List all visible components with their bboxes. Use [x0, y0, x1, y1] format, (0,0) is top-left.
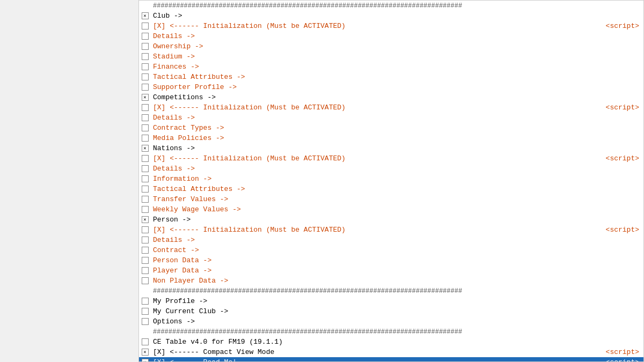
checkbox-unchecked[interactable] — [142, 186, 149, 193]
checkbox-unchecked[interactable] — [142, 175, 149, 182]
checkbox-unchecked[interactable] — [142, 308, 149, 315]
checkbox-unchecked[interactable] — [142, 53, 149, 60]
list-row[interactable]: Ownership -> — [139, 41, 643, 51]
list-row[interactable]: ########################################… — [139, 327, 643, 337]
list-row[interactable]: Supporter Profile -> — [139, 82, 643, 92]
checkbox-unchecked[interactable] — [142, 165, 149, 172]
checkbox-checked[interactable] — [142, 145, 149, 152]
list-row[interactable]: [X] <------ Initialization (Must be ACTI… — [139, 21, 643, 31]
checkbox-cell[interactable] — [139, 114, 151, 121]
checkbox-unchecked[interactable] — [142, 298, 149, 305]
list-row[interactable]: Details -> — [139, 235, 643, 245]
list-row[interactable]: Stadium -> — [139, 51, 643, 62]
list-row[interactable]: Player Data -> — [139, 265, 643, 276]
checkbox-checked[interactable] — [142, 216, 149, 223]
checkbox-checked[interactable] — [142, 359, 149, 362]
checkbox-unchecked[interactable] — [142, 257, 149, 264]
checkbox-checked[interactable] — [142, 94, 149, 101]
checkbox-cell[interactable] — [139, 318, 151, 325]
checkbox-unchecked[interactable] — [142, 43, 149, 50]
list-row[interactable]: Club -> — [139, 11, 643, 21]
list-row[interactable]: Information -> — [139, 174, 643, 184]
checkbox-cell[interactable] — [139, 277, 151, 284]
list-row[interactable]: Person Data -> — [139, 255, 643, 265]
checkbox-cell[interactable] — [139, 226, 151, 233]
checkbox-cell[interactable] — [139, 165, 151, 172]
checkbox-cell[interactable] — [139, 186, 151, 193]
checkbox-cell[interactable] — [139, 298, 151, 305]
list-row[interactable]: Competitions -> — [139, 92, 643, 102]
list-row[interactable]: Options -> — [139, 316, 643, 327]
checkbox-cell[interactable] — [139, 247, 151, 254]
checkbox-unchecked[interactable] — [142, 73, 149, 80]
list-row[interactable]: Non Player Data -> — [139, 276, 643, 286]
checkbox-cell[interactable] — [139, 33, 151, 40]
list-row[interactable]: Details -> — [139, 113, 643, 123]
list-row[interactable]: [X] <------ Initialization (Must be ACTI… — [139, 153, 643, 164]
list-row[interactable]: Nations -> — [139, 143, 643, 153]
list-row[interactable]: CE Table v4.0 for FM19 (19.1.1) — [139, 337, 643, 347]
list-row[interactable]: Transfer Values -> — [139, 194, 643, 204]
checkbox-cell[interactable] — [139, 349, 151, 356]
list-row[interactable]: Person -> — [139, 215, 643, 225]
checkbox-cell[interactable] — [139, 196, 151, 203]
list-row[interactable]: ########################################… — [139, 1, 643, 11]
checkbox-unchecked[interactable] — [142, 104, 149, 111]
list-row[interactable]: ########################################… — [139, 286, 643, 296]
checkbox-cell[interactable] — [139, 267, 151, 274]
checkbox-cell[interactable] — [139, 94, 151, 101]
checkbox-unchecked[interactable] — [142, 135, 149, 142]
list-row[interactable]: [X] <------ Compact View Mode<script> — [139, 347, 643, 357]
list-row[interactable]: Weekly Wage Values -> — [139, 204, 643, 215]
list-row[interactable]: Details -> — [139, 31, 643, 41]
checkbox-unchecked[interactable] — [142, 33, 149, 40]
checkbox-unchecked[interactable] — [142, 114, 149, 121]
checkbox-unchecked[interactable] — [142, 196, 149, 203]
checkbox-cell[interactable] — [139, 124, 151, 131]
checkbox-cell[interactable] — [139, 145, 151, 152]
checkbox-cell[interactable] — [139, 308, 151, 315]
list-row[interactable]: Finances -> — [139, 62, 643, 72]
checkbox-unchecked[interactable] — [142, 206, 149, 213]
list-row[interactable]: Tactical Attributes -> — [139, 72, 643, 82]
list-row[interactable]: Contract -> — [139, 245, 643, 255]
checkbox-cell[interactable] — [139, 257, 151, 264]
checkbox-unchecked[interactable] — [142, 63, 149, 70]
checkbox-cell[interactable] — [139, 359, 151, 362]
list-row[interactable]: [X] <------ Read Me!<script> — [139, 357, 643, 362]
checkbox-cell[interactable] — [139, 338, 151, 345]
checkbox-unchecked[interactable] — [142, 84, 149, 91]
list-row[interactable]: Media Policies -> — [139, 133, 643, 143]
list-row[interactable]: My Profile -> — [139, 296, 643, 306]
checkbox-cell[interactable] — [139, 104, 151, 111]
list-panel[interactable]: ########################################… — [138, 0, 644, 362]
checkbox-cell[interactable] — [139, 135, 151, 142]
checkbox-cell[interactable] — [139, 175, 151, 182]
checkbox-cell[interactable] — [139, 206, 151, 213]
checkbox-cell[interactable] — [139, 237, 151, 243]
checkbox-unchecked[interactable] — [142, 226, 149, 233]
checkbox-checked[interactable] — [142, 349, 149, 356]
checkbox-unchecked[interactable] — [142, 277, 149, 284]
checkbox-unchecked[interactable] — [142, 318, 149, 325]
list-row[interactable]: Tactical Attributes -> — [139, 184, 643, 194]
checkbox-unchecked[interactable] — [142, 247, 149, 254]
checkbox-unchecked[interactable] — [142, 23, 149, 29]
checkbox-cell[interactable] — [139, 84, 151, 91]
checkbox-cell[interactable] — [139, 12, 151, 19]
list-row[interactable]: Details -> — [139, 164, 643, 174]
checkbox-cell[interactable] — [139, 23, 151, 29]
checkbox-cell[interactable] — [139, 43, 151, 50]
list-row[interactable]: [X] <------ Initialization (Must be ACTI… — [139, 102, 643, 113]
checkbox-unchecked[interactable] — [142, 338, 149, 345]
checkbox-cell[interactable] — [139, 216, 151, 223]
checkbox-cell[interactable] — [139, 63, 151, 70]
list-row[interactable]: [X] <------ Initialization (Must be ACTI… — [139, 225, 643, 235]
checkbox-unchecked[interactable] — [142, 237, 149, 243]
checkbox-checked[interactable] — [142, 12, 149, 19]
checkbox-unchecked[interactable] — [142, 267, 149, 274]
checkbox-cell[interactable] — [139, 53, 151, 60]
checkbox-unchecked[interactable] — [142, 124, 149, 131]
list-row[interactable]: My Current Club -> — [139, 306, 643, 316]
checkbox-cell[interactable] — [139, 155, 151, 162]
